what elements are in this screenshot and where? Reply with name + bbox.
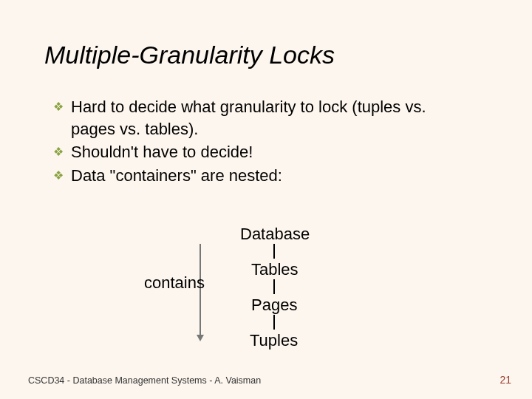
connector-line-icon [273,315,275,330]
bullet-item: ❖ Shouldn't have to decide! [53,141,467,163]
hierarchy-diagram: contains Database Tables Pages Tuples [0,222,532,355]
diagram-side-label: contains [144,273,205,293]
bullet-item: ❖ Data "containers" are nested: [53,165,467,187]
bullet-text: Hard to decide what granularity to lock … [71,96,467,140]
bullet-text: Shouldn't have to decide! [71,141,253,163]
connector-line-icon [273,279,275,294]
slide-title: Multiple-Granularity Locks [44,41,335,69]
diagram-level: Tuples [250,331,298,350]
connector-line-icon [273,244,275,259]
page-number: 21 [499,374,511,386]
bullet-icon: ❖ [53,144,64,160]
footer-text: CSCD34 - Database Management Systems - A… [28,375,261,386]
bullet-list: ❖ Hard to decide what granularity to loc… [53,96,467,188]
diagram-level: Tables [251,260,299,279]
bullet-item: ❖ Hard to decide what granularity to loc… [53,96,467,140]
bullet-icon: ❖ [53,168,64,184]
diagram-level: Pages [251,296,297,315]
diagram-level: Database [240,225,310,244]
bullet-text: Data "containers" are nested: [71,165,282,187]
bullet-icon: ❖ [53,99,64,115]
